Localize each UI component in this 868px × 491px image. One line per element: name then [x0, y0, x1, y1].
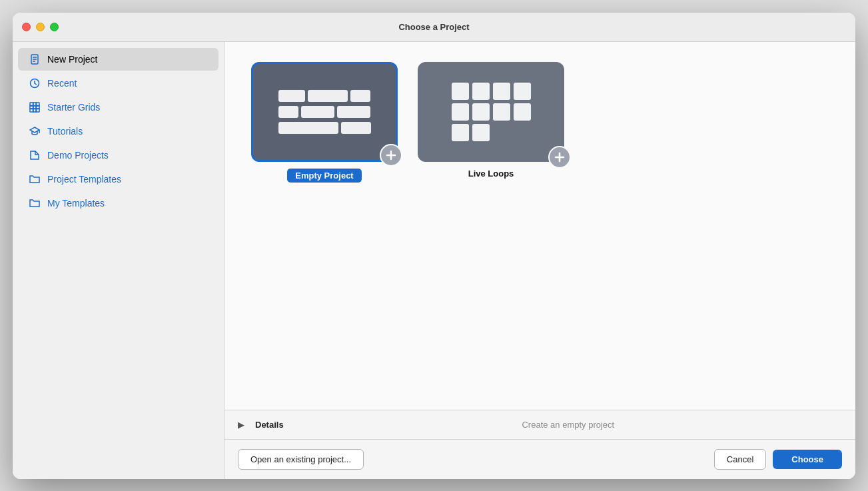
- sidebar-item-starter-grids[interactable]: Starter Grids: [18, 96, 218, 119]
- window-title: Choose a Project: [398, 22, 469, 32]
- sidebar-item-label: Demo Projects: [47, 150, 109, 161]
- sidebar-item-new-project[interactable]: New Project: [18, 48, 218, 71]
- empty-project-label: Empty Project: [287, 169, 361, 183]
- live-loops-thumbnail: [418, 62, 564, 162]
- empty-project-icon: [278, 90, 371, 134]
- sidebar-item-label: Starter Grids: [47, 102, 100, 113]
- details-label: Details: [255, 420, 284, 430]
- sidebar-item-label: Recent: [47, 78, 77, 89]
- grid-icon: [29, 101, 41, 113]
- right-buttons: Cancel Choose: [714, 449, 842, 470]
- document-icon: [29, 53, 41, 65]
- details-description: Create an empty project: [294, 420, 842, 430]
- folder-icon: [29, 173, 41, 185]
- plus-badge: [380, 144, 402, 167]
- sidebar-item-label: Project Templates: [47, 174, 121, 185]
- empty-project-thumbnail: [251, 62, 398, 162]
- clock-icon: [29, 77, 41, 89]
- svg-rect-13: [33, 105, 37, 109]
- main-window: Choose a Project New Project: [13, 13, 855, 479]
- sidebar-item-demo-projects[interactable]: Demo Projects: [18, 144, 218, 167]
- close-button[interactable]: [22, 23, 31, 31]
- sidebar-item-recent[interactable]: Recent: [18, 72, 218, 95]
- sidebar-item-my-templates[interactable]: My Templates: [18, 192, 218, 215]
- details-bar[interactable]: ▶ Details Create an empty project: [224, 410, 855, 440]
- right-panel: Empty Project: [224, 42, 855, 479]
- main-content: New Project Recent: [13, 42, 855, 479]
- sidebar-item-label: Tutorials: [47, 126, 83, 137]
- minimize-button[interactable]: [36, 23, 45, 31]
- action-bar: Open an existing project... Cancel Choos…: [224, 440, 855, 479]
- empty-project-card[interactable]: Empty Project: [251, 62, 398, 183]
- choose-button[interactable]: Choose: [773, 450, 842, 469]
- sidebar-item-project-templates[interactable]: Project Templates: [18, 168, 218, 191]
- traffic-lights: [22, 23, 59, 31]
- live-loops-label: Live Loops: [468, 169, 514, 179]
- my-folder-icon: [29, 197, 41, 209]
- bottom-section: ▶ Details Create an empty project Open a…: [224, 410, 855, 479]
- demo-file-icon: [29, 149, 41, 161]
- svg-marker-14: [30, 127, 39, 133]
- live-loops-plus-badge: [548, 146, 571, 169]
- cancel-button[interactable]: Cancel: [714, 449, 766, 470]
- graduation-icon: [29, 125, 41, 137]
- project-grid: Empty Project: [224, 42, 855, 410]
- maximize-button[interactable]: [50, 23, 59, 31]
- sidebar-item-label: My Templates: [47, 198, 105, 209]
- live-loops-card[interactable]: Live Loops: [418, 62, 564, 183]
- live-loops-icon: [452, 83, 531, 141]
- open-existing-button[interactable]: Open an existing project...: [238, 449, 364, 470]
- title-bar: Choose a Project: [13, 13, 855, 42]
- sidebar: New Project Recent: [13, 42, 224, 479]
- sidebar-item-tutorials[interactable]: Tutorials: [18, 120, 218, 143]
- chevron-right-icon: ▶: [238, 420, 244, 430]
- sidebar-item-label: New Project: [47, 54, 97, 65]
